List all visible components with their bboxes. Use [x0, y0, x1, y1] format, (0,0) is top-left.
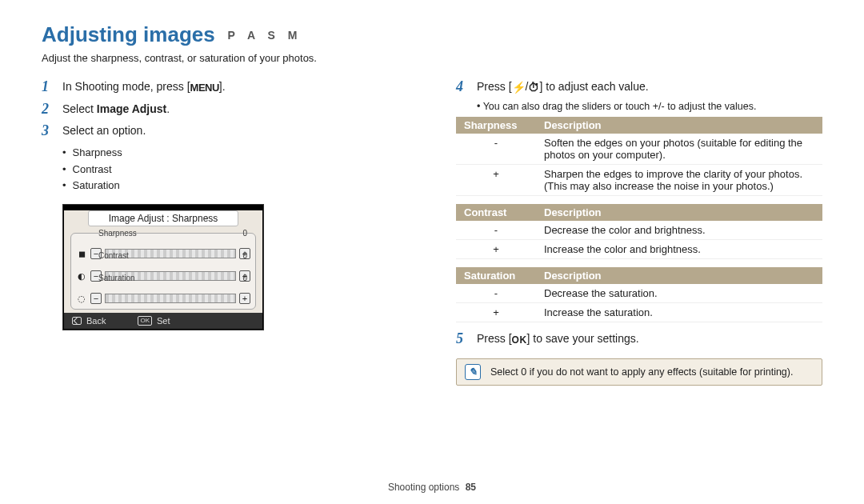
plus-button[interactable]: + [239, 293, 250, 304]
set-control[interactable]: OKSet [138, 316, 170, 326]
minus-button[interactable]: − [90, 293, 102, 304]
step-3: 3 Select an option. [42, 122, 408, 140]
step-text: Press [OK] to save your settings. [477, 330, 639, 348]
bullet-item: Sharpness [62, 145, 408, 162]
left-column: 1 In Shooting mode, press [MENU]. 2 Sele… [42, 78, 408, 386]
page-content: Adjusting images P A S M Adjust the shar… [0, 0, 864, 386]
bullet-item: Saturation [62, 178, 408, 194]
step-4-tip: You can also drag the sliders or touch +… [477, 101, 822, 112]
step-number: 2 [42, 101, 62, 118]
slider-label: Sharpness [98, 229, 146, 238]
title-line: Adjusting images P A S M [42, 22, 822, 47]
table-row: - Decrease the saturation. [456, 284, 822, 303]
page-number: 85 [466, 482, 476, 493]
sharpness-table: Sharpness Description - Soften the edges… [456, 117, 822, 196]
step-4: 4 Press [⚡/⏱] to adjust each value. [456, 78, 822, 96]
table-head: Saturation [456, 267, 536, 284]
text: ]. [219, 80, 226, 93]
back-icon [72, 317, 82, 325]
step-number: 1 [42, 78, 62, 96]
camera-screen: Image Adjust : Sharpness Sharpness 0 ◼ −… [64, 210, 262, 329]
note-icon: ✎ [465, 364, 481, 380]
table-head: Description [536, 267, 822, 284]
sign-cell: - [456, 134, 536, 165]
slider-label: Contrast [98, 251, 146, 260]
screen-title: Image Adjust : Sharpness [88, 210, 238, 226]
slider-value: 0 [242, 229, 247, 238]
slider-panel: Sharpness 0 ◼ − + Contrast 0 [70, 233, 256, 310]
desc-cell: Soften the edges on your photos (suitabl… [536, 134, 822, 165]
text: ] to adjust each value. [539, 80, 648, 93]
sharpness-icon: ◼ [76, 248, 87, 259]
screen-footer: Back OKSet [64, 313, 262, 329]
contrast-table: Contrast Description - Decrease the colo… [456, 204, 822, 259]
table-row: + Increase the color and brightness. [456, 239, 822, 258]
saturation-icon: ◌ [76, 293, 87, 304]
desc-cell: Sharpen the edges to improve the clarity… [536, 164, 822, 195]
slider-value: 0 [242, 274, 247, 282]
slider-track[interactable] [105, 294, 236, 303]
slider-saturation: Saturation 0 ◌ − + [76, 283, 250, 304]
step-text: Select an option. [62, 122, 146, 140]
note-text: Select 0 if you do not want to apply any… [490, 366, 793, 378]
step-1: 1 In Shooting mode, press [MENU]. [42, 78, 408, 96]
table-row: + Sharpen the edges to improve the clari… [456, 164, 822, 195]
keyword: Image Adjust [97, 102, 166, 115]
step-text: In Shooting mode, press [MENU]. [62, 78, 226, 96]
desc-cell: Increase the color and brightness. [536, 239, 822, 258]
slider-label: Saturation [98, 274, 146, 282]
sign-cell: - [456, 221, 536, 240]
desc-cell: Decrease the saturation. [536, 284, 822, 303]
note-box: ✎ Select 0 if you do not want to apply a… [456, 358, 822, 386]
footer-section: Shooting options [388, 482, 459, 493]
right-column: 4 Press [⚡/⏱] to adjust each value. You … [456, 78, 822, 386]
text: ] to save your settings. [527, 332, 639, 345]
flash-icon: ⚡ [512, 80, 526, 96]
set-label: Set [157, 316, 170, 326]
desc-cell: Decrease the color and brightness. [536, 221, 822, 240]
desc-cell: Increase the saturation. [536, 302, 822, 322]
table-row: - Decrease the color and brightness. [456, 221, 822, 240]
table-head: Sharpness [456, 117, 536, 134]
table-head: Description [536, 117, 822, 134]
back-label: Back [86, 316, 106, 326]
step-number: 3 [42, 122, 62, 140]
camera-screenshot: Image Adjust : Sharpness Sharpness 0 ◼ −… [62, 204, 264, 330]
bullet-item: Contrast [62, 162, 408, 178]
contrast-icon: ◐ [76, 270, 87, 282]
menu-icon: MENU [190, 81, 219, 95]
sign-cell: + [456, 302, 536, 322]
page-footer: Shooting options 85 [0, 482, 864, 493]
table-row: - Soften the edges on your photos (suita… [456, 134, 822, 165]
ok-icon: OK [512, 334, 527, 347]
option-bullets: Sharpness Contrast Saturation [62, 145, 408, 194]
step-2: 2 Select Image Adjust. [42, 101, 408, 118]
slider-value: 0 [242, 251, 247, 260]
step-text: Select Image Adjust. [62, 101, 170, 118]
step-text: Press [⚡/⏱] to adjust each value. [477, 78, 649, 96]
mode-indicator: P A S M [228, 29, 302, 42]
timer-icon: ⏱ [528, 80, 539, 96]
back-control[interactable]: Back [72, 316, 106, 326]
intro-text: Adjust the sharpness, contrast, or satur… [42, 52, 822, 64]
page-title: Adjusting images [42, 22, 215, 46]
step-number: 4 [456, 78, 477, 96]
sign-cell: - [456, 284, 536, 303]
step-5: 5 Press [OK] to save your settings. [456, 330, 822, 348]
saturation-table: Saturation Description - Decrease the sa… [456, 267, 822, 322]
sign-cell: + [456, 164, 536, 195]
table-head: Contrast [456, 204, 536, 221]
text: Press [ [477, 332, 512, 345]
text: . [166, 102, 170, 115]
sign-cell: + [456, 239, 536, 258]
columns: 1 In Shooting mode, press [MENU]. 2 Sele… [42, 78, 822, 386]
table-head: Description [536, 204, 822, 221]
text: Select [62, 102, 97, 115]
ok-icon: OK [138, 316, 152, 326]
table-row: + Increase the saturation. [456, 302, 822, 322]
text: Press [ [477, 80, 512, 93]
step-number: 5 [456, 330, 477, 348]
text: In Shooting mode, press [ [62, 80, 190, 93]
